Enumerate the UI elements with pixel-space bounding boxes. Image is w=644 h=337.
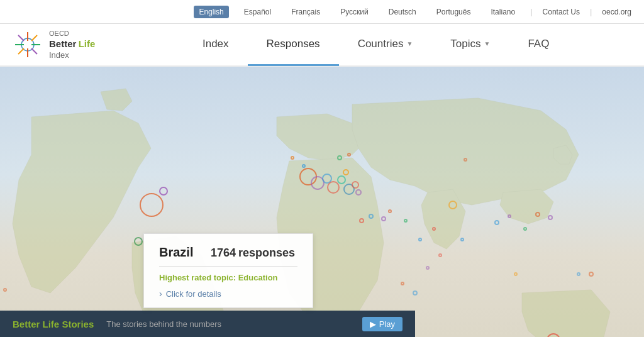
world-map [0, 67, 644, 337]
logo[interactable]: OECD Better Life Index [13, 29, 95, 61]
country-bubble-0[interactable] [140, 193, 164, 217]
country-bubble-25[interactable] [432, 227, 436, 231]
lang-deutsch[interactable]: Deutsch [384, 6, 421, 18]
country-bubble-23[interactable] [404, 219, 408, 223]
country-bubble-11[interactable] [327, 181, 340, 194]
tooltip-header: Brazil 1764responses [159, 245, 297, 267]
country-bubble-12[interactable] [337, 175, 346, 184]
nav-responses[interactable]: Responses [248, 23, 339, 66]
country-bubble-46[interactable] [514, 272, 518, 276]
country-bubble-16[interactable] [355, 189, 362, 196]
contact-us-link[interactable]: Contact Us [543, 8, 580, 16]
logo-better-life: Better Life [49, 38, 95, 50]
country-bubble-29[interactable] [494, 220, 499, 225]
nav-bar: OECD Better Life Index Index Responses C… [0, 24, 644, 67]
nav-topics[interactable]: Topics ▼ [431, 23, 509, 66]
country-bubble-47[interactable] [589, 272, 594, 277]
country-bubble-37[interactable] [401, 282, 404, 285]
lang-russian[interactable]: Русский [335, 6, 374, 18]
play-button[interactable]: ▶ Play [362, 317, 402, 331]
svg-line-7 [31, 35, 37, 41]
country-bubble-27[interactable] [460, 238, 464, 241]
lang-italiano[interactable]: Italiano [486, 6, 520, 18]
tooltip-country-name: Brazil [159, 245, 193, 260]
country-bubble-17[interactable] [337, 155, 342, 160]
svg-line-8 [18, 48, 24, 54]
country-bubble-31[interactable] [523, 227, 527, 231]
logo-text: OECD Better Life Index [49, 29, 95, 61]
banner-title: Better Life Stories [13, 319, 94, 329]
play-icon: ▶ [370, 319, 376, 329]
country-bubble-21[interactable] [381, 216, 386, 221]
main-nav: Index Responses Countries ▼ Topics ▼ FAQ [120, 23, 631, 66]
country-bubble-30[interactable] [508, 214, 511, 218]
chevron-down-icon2: ▼ [484, 40, 490, 47]
tooltip-topic: Highest rated topic: Education [159, 273, 297, 282]
map-area[interactable]: Brazil 1764responses Highest rated topic… [0, 67, 644, 337]
country-bubble-39[interactable] [426, 266, 430, 270]
lang-espanol[interactable]: Español [239, 6, 276, 18]
country-bubble-2[interactable] [159, 187, 168, 196]
country-bubble-18[interactable] [347, 153, 351, 157]
bottom-banner: Better Life Stories The stories behind t… [0, 311, 415, 337]
nav-faq[interactable]: FAQ [509, 23, 568, 66]
chevron-right-icon: › [159, 289, 162, 299]
country-bubble-20[interactable] [369, 214, 374, 219]
lang-francais[interactable]: Français [286, 6, 325, 18]
tooltip-responses: 1764responses [211, 246, 297, 260]
country-bubble-28[interactable] [464, 158, 467, 162]
country-tooltip[interactable]: Brazil 1764responses Highest rated topic… [143, 233, 313, 308]
nav-countries[interactable]: Countries ▼ [339, 23, 432, 66]
logo-oecd: OECD [49, 29, 95, 38]
separator2: | [590, 7, 592, 16]
nav-index[interactable]: Index [184, 23, 248, 66]
country-bubble-24[interactable] [418, 238, 422, 241]
country-bubble-6[interactable] [291, 156, 294, 160]
chevron-down-icon: ▼ [406, 40, 413, 47]
oecd-org-link[interactable]: oecd.org [602, 8, 631, 16]
country-bubble-19[interactable] [359, 218, 364, 223]
logo-index: Index [49, 50, 95, 61]
country-bubble-35[interactable] [577, 272, 580, 276]
country-bubble-38[interactable] [413, 290, 418, 296]
lang-english[interactable]: English [194, 6, 228, 18]
lang-portugues[interactable]: Português [431, 6, 476, 18]
country-bubble-32[interactable] [535, 212, 540, 217]
top-bar: English Español Français Русский Deutsch… [0, 0, 644, 24]
oecd-logo-icon [13, 30, 43, 60]
country-bubble-40[interactable] [438, 253, 442, 257]
separator: | [530, 7, 532, 16]
country-bubble-33[interactable] [548, 215, 553, 220]
tooltip-details-link[interactable]: › Click for details [159, 289, 297, 299]
country-bubble-42[interactable] [3, 288, 7, 292]
country-bubble-15[interactable] [352, 181, 359, 189]
banner-subtitle: The stories behind the numbers [106, 319, 349, 329]
svg-line-6 [31, 48, 37, 54]
country-bubble-22[interactable] [388, 209, 392, 213]
svg-line-5 [18, 35, 24, 41]
country-bubble-1[interactable] [134, 237, 143, 246]
country-bubble-13[interactable] [343, 169, 349, 175]
country-bubble-7[interactable] [302, 164, 306, 168]
country-bubble-26[interactable] [448, 201, 457, 209]
